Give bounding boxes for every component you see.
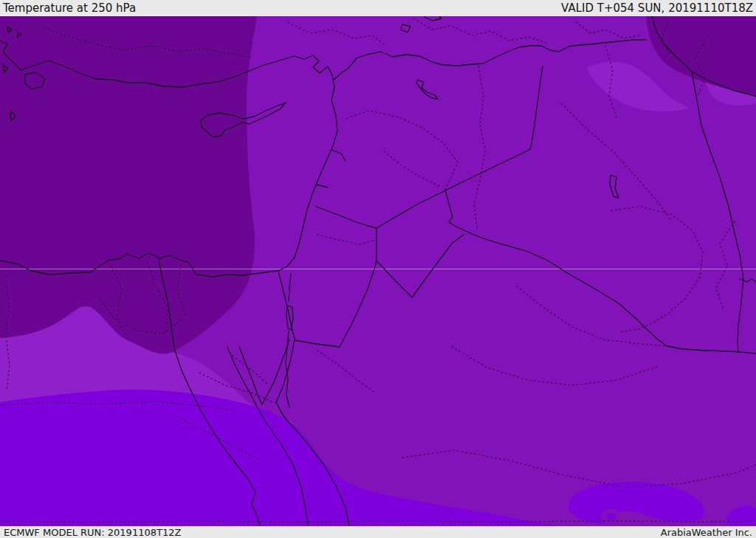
map-title: Temperature at 250 hPa [3,1,136,15]
temp-region-dark-northwest [0,16,257,354]
weather-map-window: Temperature at 250 hPa VALID T+054 SUN, … [0,0,756,538]
model-run-label: ECMWF MODEL RUN: 20191108T12Z [4,527,181,538]
temperature-map [0,0,756,538]
footer-bar: ECMWF MODEL RUN: 20191108T12Z ArabiaWeat… [0,526,756,538]
valid-time-label: VALID T+054 SUN, 20191110T18Z [561,1,753,15]
provider-label: ArabiaWeather Inc. [661,527,752,538]
header-bar: Temperature at 250 hPa VALID T+054 SUN, … [0,0,756,16]
temp-region-bright-small-blob [606,513,616,520]
